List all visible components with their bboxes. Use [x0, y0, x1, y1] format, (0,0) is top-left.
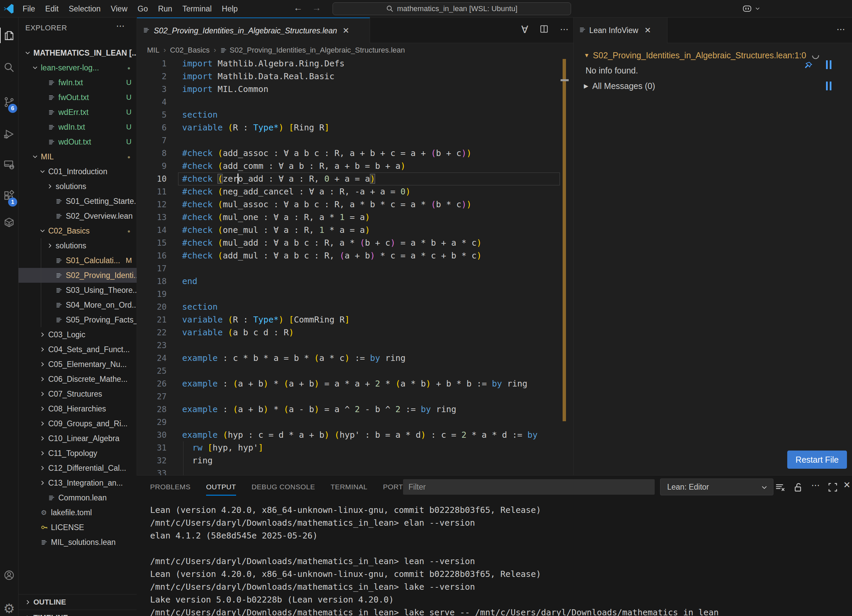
- code-editor[interactable]: 1import Mathlib.Algebra.Ring.Defs2import…: [137, 57, 573, 475]
- infoview-all-messages[interactable]: ▶ All Messages (0): [584, 81, 655, 91]
- tree-item-c09-groups-and-ri-[interactable]: C09_Groups_and_Ri...: [18, 416, 137, 431]
- code-line-3[interactable]: 3import MIL.Common: [137, 83, 573, 96]
- code-line-26[interactable]: 26example : (a + b) * (a + b) = a * a + …: [137, 377, 573, 390]
- code-line-2[interactable]: 2import Mathlib.Data.Real.Basic: [137, 70, 573, 83]
- account-icon[interactable]: [3, 569, 15, 581]
- menu-selection[interactable]: Selection: [64, 2, 106, 15]
- menu-view[interactable]: View: [106, 2, 132, 15]
- breadcrumb-item[interactable]: MIL: [147, 46, 160, 54]
- tree-item-c10-linear-algebra[interactable]: C10_Linear_Algebra: [18, 431, 137, 446]
- explorer-more-actions-icon[interactable]: ⋯: [116, 21, 125, 31]
- code-line-14[interactable]: 14#check (one_mul : ∀ a : R, 1 * a = a): [137, 224, 573, 236]
- output-channel-dropdown[interactable]: Lean: Editor: [660, 479, 773, 496]
- pause-updates-icon[interactable]: [826, 60, 831, 69]
- editor-tab-active[interactable]: S02_Proving_Identities_in_Algebraic_Stru…: [137, 18, 370, 43]
- code-line-21[interactable]: 21variable (R : Type*) [CommRing R]: [137, 313, 573, 326]
- code-line-6[interactable]: 6variable (R : Type*) [Ring R]: [137, 121, 573, 134]
- infoview-file-position[interactable]: ▼ S02_Proving_Identities_in_Algebraic_St…: [584, 51, 820, 60]
- tree-item-c06-discrete-mathe-[interactable]: C06_Discrete_Mathe...: [18, 372, 137, 387]
- code-line-8[interactable]: 8#check (add_assoc : ∀ a b c : R, a + b …: [137, 147, 573, 160]
- code-line-5[interactable]: 5section: [137, 108, 573, 121]
- code-line-12[interactable]: 12#check (mul_assoc : ∀ a b c : R, a * b…: [137, 198, 573, 211]
- code-line-31[interactable]: 31 rw [hyp, hyp']: [137, 441, 573, 454]
- tree-item-license[interactable]: LICENSE: [18, 520, 137, 535]
- nav-back-arrow[interactable]: ←: [293, 3, 302, 13]
- code-line-33[interactable]: 33: [137, 467, 573, 475]
- menu-edit[interactable]: Edit: [40, 2, 64, 15]
- remote-explorer-icon[interactable]: [3, 159, 15, 171]
- tree-item-s01-getting-starte-[interactable]: S01_Getting_Starte...: [18, 194, 137, 209]
- tree-item-mil[interactable]: MIL●: [18, 149, 137, 164]
- tab-close-icon[interactable]: ✕: [342, 26, 349, 35]
- code-line-10[interactable]: 10#check (zero_add : ∀ a : R, 0 + a = a): [137, 173, 573, 185]
- code-line-20[interactable]: 20section: [137, 301, 573, 313]
- menu-go[interactable]: Go: [133, 2, 153, 15]
- tree-item-s02-proving-identi-[interactable]: S02_Proving_Identi...: [18, 268, 137, 283]
- code-line-18[interactable]: 18end: [137, 275, 573, 288]
- pin-icon[interactable]: [804, 61, 813, 71]
- tree-item-common-lean[interactable]: Common.lean: [18, 490, 137, 505]
- tree-item-s03-using-theore-[interactable]: S03_Using_Theore...: [18, 283, 137, 298]
- menu-terminal[interactable]: Terminal: [177, 2, 217, 15]
- tree-item-c07-structures[interactable]: C07_Structures: [18, 387, 137, 401]
- close-panel-icon[interactable]: ✕: [843, 480, 850, 490]
- code-line-30[interactable]: 30example (hyp : c = d * a + b) (hyp' : …: [137, 429, 573, 441]
- tree-item-c12-differential-cal-[interactable]: C12_Differential_Cal...: [18, 461, 137, 476]
- tree-item-wderr-txt[interactable]: wdErr.txtU: [18, 105, 137, 120]
- code-line-25[interactable]: 25: [137, 364, 573, 377]
- code-line-19[interactable]: 19: [137, 288, 573, 301]
- explorer-icon[interactable]: [3, 30, 15, 42]
- tree-item-s04-more-on-ord-[interactable]: S04_More_on_Ord...: [18, 298, 137, 312]
- copilot-menu[interactable]: [742, 3, 760, 14]
- code-line-4[interactable]: 4: [137, 96, 573, 108]
- tree-item-c05-elementary-nu-[interactable]: C05_Elementary_Nu...: [18, 357, 137, 372]
- code-line-15[interactable]: 15#check (mul_add : ∀ a b c : R, a * (b …: [137, 236, 573, 249]
- code-line-13[interactable]: 13#check (mul_one : ∀ a : R, a * 1 = a): [137, 211, 573, 224]
- infoview-more-actions-icon[interactable]: ⋯: [837, 24, 845, 35]
- panel-tab-terminal[interactable]: TERMINAL: [331, 476, 367, 499]
- code-line-16[interactable]: 16#check (add_mul : ∀ a b c : R, (a + b)…: [137, 249, 573, 262]
- tree-item-c11-topology[interactable]: C11_Topology: [18, 446, 137, 461]
- tree-item-fwout-txt[interactable]: fwOut.txtU: [18, 90, 137, 105]
- code-line-28[interactable]: 28example : (a + b) * (a - b) = a ^ 2 - …: [137, 403, 573, 416]
- code-line-27[interactable]: 27: [137, 390, 573, 403]
- tree-item-fwin-txt[interactable]: fwIn.txtU: [18, 75, 137, 90]
- pause-all-messages-icon[interactable]: [826, 81, 831, 90]
- code-line-23[interactable]: 23: [137, 339, 573, 352]
- timeline-section[interactable]: TIMELINE: [18, 610, 137, 616]
- menu-help[interactable]: Help: [217, 2, 243, 15]
- code-line-9[interactable]: 9#check (add_comm : ∀ a b : R, a + b = b…: [137, 160, 573, 173]
- settings-gear-icon[interactable]: ⚙: [3, 601, 15, 613]
- unlock-icon[interactable]: [793, 482, 804, 494]
- tree-item-wdout-txt[interactable]: wdOut.txtU: [18, 134, 137, 149]
- tree-item-c03-logic[interactable]: C03_Logic: [18, 327, 137, 342]
- menu-file[interactable]: File: [18, 2, 40, 15]
- expand-triangle-icon[interactable]: ▶: [584, 83, 588, 90]
- clear-output-icon[interactable]: [775, 482, 785, 494]
- outline-section[interactable]: OUTLINE: [18, 594, 137, 610]
- restart-file-button[interactable]: Restart File: [787, 450, 847, 469]
- lean-infoview-toggle-icon[interactable]: ∀: [521, 24, 528, 35]
- tree-item-s01-calculati-[interactable]: S01_Calculati...M: [18, 253, 137, 268]
- code-line-7[interactable]: 7: [137, 134, 573, 147]
- breadcrumb[interactable]: MIL›C02_Basics›S02_Proving_Identities_in…: [137, 43, 573, 57]
- nav-forward-arrow[interactable]: →: [312, 3, 321, 13]
- tree-item-lakefile-toml[interactable]: ⚙lakefile.toml: [18, 505, 137, 520]
- tree-item-c01-introduction[interactable]: C01_Introduction: [18, 164, 137, 179]
- tree-item-s05-proving-facts-[interactable]: S05_Proving_Facts_...: [18, 312, 137, 327]
- tree-item-c13-integration-an-[interactable]: C13_Integration_an...: [18, 476, 137, 490]
- command-center-search[interactable]: mathematics_in_lean [WSL: Ubuntu]: [332, 2, 571, 15]
- code-line-22[interactable]: 22variable (a b c d : R): [137, 326, 573, 339]
- infoview-tab-close-icon[interactable]: ✕: [644, 26, 651, 35]
- code-line-17[interactable]: 17: [137, 262, 573, 275]
- tree-item-wdin-txt[interactable]: wdIn.txtU: [18, 120, 137, 134]
- tree-item-solutions[interactable]: solutions: [18, 238, 137, 253]
- menu-run[interactable]: Run: [153, 2, 177, 15]
- code-line-29[interactable]: 29: [137, 416, 573, 429]
- collapse-triangle-icon[interactable]: ▼: [584, 52, 589, 59]
- tree-item-c08-hierarchies[interactable]: C08_Hierarchies: [18, 401, 137, 416]
- tree-item-mil-solutions-lean[interactable]: MIL_solutions.lean: [18, 535, 137, 550]
- tree-item-solutions[interactable]: solutions: [18, 179, 137, 194]
- tree-item-c02-basics[interactable]: C02_Basics●: [18, 223, 137, 238]
- panel-tab-debug-console[interactable]: DEBUG CONSOLE: [252, 476, 315, 499]
